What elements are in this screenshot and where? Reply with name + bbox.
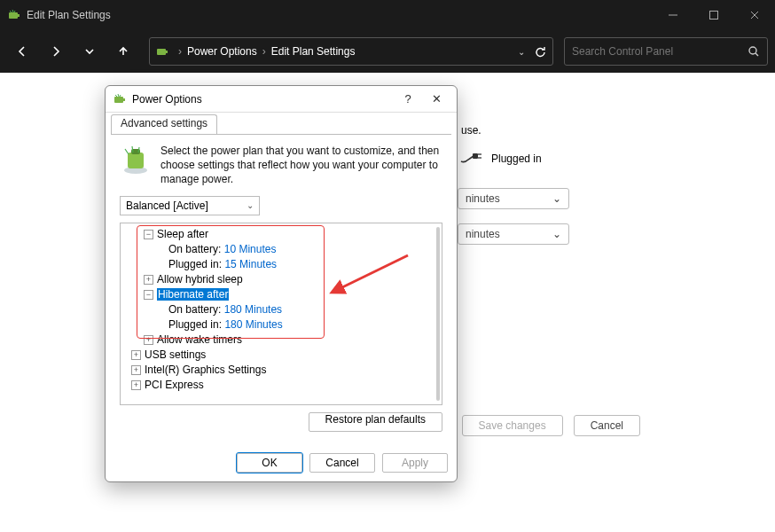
expand-icon[interactable]: + <box>131 350 141 360</box>
power-icon <box>113 92 127 106</box>
tree-sleep-after[interactable]: −Sleep after <box>121 227 442 242</box>
apply-button[interactable]: Apply <box>382 453 448 473</box>
ok-button[interactable]: OK <box>237 453 302 473</box>
tree-pci-express[interactable]: +PCI Express <box>121 378 442 393</box>
recent-dropdown[interactable] <box>74 38 105 65</box>
refresh-icon[interactable] <box>534 45 547 59</box>
dialog-title: Power Options <box>132 93 202 106</box>
svg-rect-6 <box>157 49 166 55</box>
search-bar[interactable] <box>564 37 768 66</box>
svg-rect-14 <box>123 98 125 101</box>
svg-rect-13 <box>114 97 123 103</box>
bg-text-use: use. <box>461 124 481 137</box>
maximize-button[interactable] <box>693 0 734 30</box>
plugged-in-label: Plugged in <box>491 153 542 165</box>
expand-icon[interactable]: + <box>131 365 141 375</box>
svg-point-8 <box>749 47 756 54</box>
minimize-button[interactable] <box>653 0 693 30</box>
dialog-footer: OK Cancel Apply <box>106 444 457 481</box>
breadcrumb-edit-plan[interactable]: Edit Plan Settings <box>271 45 356 58</box>
svg-rect-3 <box>710 12 718 20</box>
bg-dropdown-2[interactable]: ninutes⌄ <box>458 223 569 245</box>
up-button[interactable] <box>108 38 138 65</box>
svg-line-9 <box>755 53 758 56</box>
tree-intel-graphics[interactable]: +Intel(R) Graphics Settings <box>121 363 442 378</box>
chevron-right-icon: › <box>178 45 182 58</box>
collapse-icon[interactable]: − <box>144 290 153 300</box>
expand-icon[interactable]: + <box>144 335 153 345</box>
tree-sleep-after-battery[interactable]: On battery: 10 Minutes <box>121 242 442 257</box>
address-bar[interactable]: › Power Options › Edit Plan Settings ⌄ <box>149 37 553 66</box>
tree-wake-timers[interactable]: +Allow wake timers <box>121 332 442 348</box>
tree-sleep-after-plugged[interactable]: Plugged in: 15 Minutes <box>121 257 442 272</box>
tree-hibernate-after[interactable]: −Hibernate after <box>121 287 442 302</box>
chevron-down-icon: ⌄ <box>552 228 561 240</box>
tree-hybrid-sleep[interactable]: +Allow hybrid sleep <box>121 272 442 287</box>
svg-rect-7 <box>166 51 168 53</box>
titlebar: Edit Plan Settings <box>0 0 775 30</box>
cancel-button[interactable]: Cancel <box>309 453 375 473</box>
control-panel-icon <box>155 44 169 59</box>
power-plan-selected: Balanced [Active] <box>126 200 208 212</box>
bg-dropdown-1[interactable]: ninutes⌄ <box>458 188 569 209</box>
svg-rect-1 <box>18 14 20 17</box>
chevron-down-icon: ⌄ <box>247 200 254 210</box>
address-dropdown-icon[interactable]: ⌄ <box>518 47 525 57</box>
tab-strip: Advanced settings <box>106 113 457 134</box>
close-dialog-button[interactable]: ✕ <box>425 92 448 106</box>
app-icon <box>7 8 21 22</box>
tab-advanced-settings[interactable]: Advanced settings <box>111 114 217 134</box>
forward-button[interactable] <box>41 38 71 65</box>
tree-hibernate-plugged[interactable]: Plugged in: 180 Minutes <box>121 317 442 332</box>
back-button[interactable] <box>7 38 37 65</box>
plugged-in-label-row: Plugged in <box>459 151 542 167</box>
svg-rect-10 <box>473 153 478 159</box>
chevron-right-icon: › <box>262 45 266 58</box>
help-button[interactable]: ? <box>396 92 419 106</box>
bg-dd2-text: ninutes <box>466 228 500 240</box>
collapse-icon[interactable]: − <box>144 230 153 239</box>
settings-tree: −Sleep after On battery: 10 Minutes Plug… <box>120 223 442 405</box>
window-title: Edit Plan Settings <box>27 9 111 21</box>
dialog-titlebar: Power Options ? ✕ <box>106 86 457 113</box>
tree-hibernate-battery[interactable]: On battery: 180 Minutes <box>121 302 442 317</box>
breadcrumb-power-options[interactable]: Power Options <box>187 45 257 58</box>
cancel-button-bg[interactable]: Cancel <box>574 415 640 436</box>
chevron-down-icon: ⌄ <box>552 192 561 205</box>
close-button[interactable] <box>734 0 775 30</box>
svg-rect-16 <box>128 153 144 168</box>
plug-icon <box>459 151 484 167</box>
svg-rect-0 <box>9 12 18 19</box>
restore-defaults-button[interactable]: Restore plan defaults <box>309 412 442 432</box>
expand-icon[interactable]: + <box>144 275 153 285</box>
dialog-intro-text: Select the power plan that you want to c… <box>160 144 442 187</box>
search-icon <box>748 45 760 58</box>
toolbar: › Power Options › Edit Plan Settings ⌄ <box>0 30 775 73</box>
expand-icon[interactable]: + <box>131 380 141 390</box>
bg-dd1-text: ninutes <box>466 192 500 205</box>
tree-usb-settings[interactable]: +USB settings <box>121 348 442 363</box>
save-changes-button[interactable]: Save changes <box>462 415 563 436</box>
scrollbar[interactable] <box>436 227 440 401</box>
search-input[interactable] <box>572 45 748 58</box>
power-plan-dropdown[interactable]: Balanced [Active] ⌄ <box>120 196 260 215</box>
battery-icon <box>120 144 152 176</box>
power-options-dialog: Power Options ? ✕ Advanced settings Sele… <box>105 85 458 482</box>
